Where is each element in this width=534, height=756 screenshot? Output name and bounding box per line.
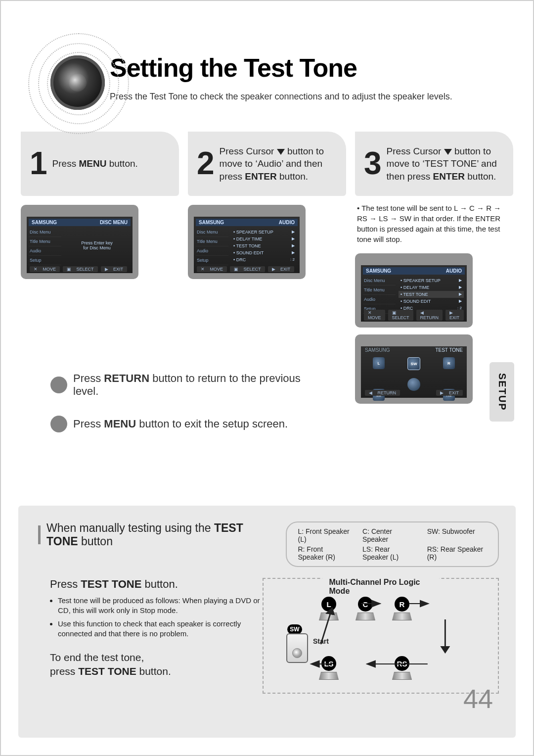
osd-audio-menu: SAMSUNGAUDIO Disc Menu Title Menu Audio … xyxy=(188,205,306,279)
step-1-text: Press MENU button. xyxy=(52,157,138,170)
page-number: 44 xyxy=(463,683,493,714)
diagram-subwoofer-label: SW xyxy=(287,624,302,634)
diagram-rear-left: LS xyxy=(319,656,339,680)
page-title: Setting the Test Tone xyxy=(110,53,513,83)
listener-icon xyxy=(407,378,420,391)
manual-test-instructions: Press TEST TONE button. Test tone will b… xyxy=(38,578,263,679)
title-block: Setting the Test Tone Press the Test Ton… xyxy=(110,53,513,102)
osd-test-tone: SAMSUNG TEST TONE L SW R LS RS ◀ RETURN … xyxy=(355,334,473,404)
step-2: 2 Press Cursor button to move to ‘Audio’… xyxy=(188,132,346,404)
cursor-down-icon xyxy=(444,149,452,155)
diagram-start-label: Start xyxy=(313,637,329,645)
diagram-front-left: L xyxy=(319,597,339,620)
steps-row: 1 Press MENU button. SAMSUNGDISC MENU Di… xyxy=(21,132,513,404)
sidebar-setup-tab: SETUP xyxy=(490,362,514,422)
osd-disc-menu: SAMSUNGDISC MENU Disc Menu Title Menu Au… xyxy=(21,205,138,279)
diagram-subwoofer xyxy=(286,633,308,663)
manual-test-title: When manually testing using the TEST TON… xyxy=(38,521,273,548)
diagram-front-right: R xyxy=(392,597,412,620)
bullet-dot-icon xyxy=(50,416,67,432)
step-3: 3 Press Cursor button to move to ‘TEST T… xyxy=(355,132,513,404)
step-3-number: 3 xyxy=(364,151,382,176)
step-1-number: 1 xyxy=(30,151,47,176)
step-2-text: Press Cursor button to move to ‘Audio’ a… xyxy=(220,145,337,183)
signal-flow-diagram: Multi-Channel Pro Logic Mode L C R LS RS xyxy=(263,578,499,694)
cursor-down-icon xyxy=(277,149,285,155)
bullet-dot-icon xyxy=(50,377,67,393)
hint-block: Press RETURN button to return to the pre… xyxy=(50,372,308,450)
diagram-center: C xyxy=(356,597,375,620)
hint-return: Press RETURN button to return to the pre… xyxy=(50,372,308,398)
manual-page: Setting the Test Tone Press the Test Ton… xyxy=(0,0,534,756)
diagram-rear-right: RS xyxy=(392,656,412,680)
speaker-graphic xyxy=(28,33,127,132)
step-2-number: 2 xyxy=(197,151,215,176)
step-1: 1 Press MENU button. SAMSUNGDISC MENU Di… xyxy=(21,132,179,404)
step-3-note: • The test tone will be sent to L → C → … xyxy=(357,203,513,244)
osd-audio-menu-selected: SAMSUNGAUDIO Disc Menu Title Menu Audio … xyxy=(355,253,473,328)
step-3-text: Press Cursor button to move to ‘TEST TON… xyxy=(387,145,504,183)
hint-menu: Press MENU button to exit the setup scre… xyxy=(50,416,308,432)
manual-test-section: When manually testing using the TEST TON… xyxy=(18,506,516,738)
intro-text: Press the Test Tone to check the speaker… xyxy=(110,92,513,102)
speaker-legend: L: Front Speaker (L) C: Center Speaker S… xyxy=(286,521,499,567)
